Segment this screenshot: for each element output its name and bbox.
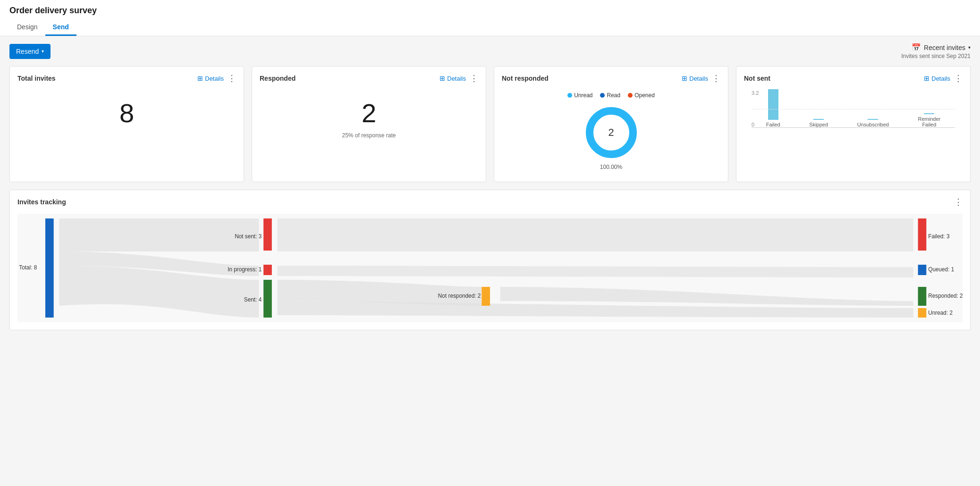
not-responded-card: Not responded ⊞ Details ⋮ Unread Read [494,66,728,182]
bar-reminder-failed-rect [924,113,934,114]
table-icon: ⊞ [197,75,203,82]
bar-reminder-failed: ReminderFailed [918,113,941,127]
svg-text:Failed: 3: Failed: 3 [928,233,950,240]
responded-number: 2 [260,88,478,132]
tracking-header: Invites tracking ⋮ [17,198,963,206]
cards-row: Total invites ⊞ Details ⋮ 8 Responded ⊞ … [0,66,980,190]
donut-pct: 100.00% [600,164,622,170]
not-sent-card: Not sent ⊞ Details ⋮ 3.2 0 Failed [736,66,971,182]
calendar-icon: 📅 [912,43,921,52]
table-icon: ⊞ [439,75,445,82]
responded-sub: 25% of response rate [260,132,478,139]
recent-invites-container: 📅 Recent invites ▾ Invites sent since Se… [901,43,971,59]
bar-skipped: Skipped [809,119,828,127]
read-dot [600,93,605,98]
total-bar [45,218,54,318]
bar-unsubscribed-label: Unsubscribed [857,122,889,127]
not-sent-bar [263,218,272,251]
not-responded-more[interactable]: ⋮ [712,74,720,83]
sankey-svg: Total: 8 Not sent: 3 In progress: 1 Sent… [17,214,963,322]
not-sent-title: Not sent [744,75,770,82]
sankey-diagram: Total: 8 Not sent: 3 In progress: 1 Sent… [17,214,963,322]
legend-opened: Opened [628,92,655,99]
tracking-more[interactable]: ⋮ [954,198,963,206]
chevron-down-icon: ▾ [968,45,971,50]
svg-text:Not responded: 2: Not responded: 2 [438,293,481,299]
tab-design[interactable]: Design [9,19,45,36]
table-icon: ⊞ [924,75,929,82]
sent-bar [263,280,272,318]
responded-bar [918,287,927,306]
total-invites-more[interactable]: ⋮ [228,74,236,83]
h-line-mid [752,109,955,109]
failed-bar [918,218,927,251]
legend-read: Read [600,92,620,99]
table-icon: ⊞ [682,75,687,82]
legend-unread: Unread [567,92,592,99]
y-max-label: 3.2 [752,90,759,96]
bar-failed-rect [768,89,778,120]
responded-title: Responded [260,75,296,82]
not-sent-chart: 3.2 0 Failed Skipped Unsubscribed [744,88,963,128]
resend-button[interactable]: Resend ▾ [9,44,51,59]
total-invites-card: Total invites ⊞ Details ⋮ 8 [9,66,244,182]
tracking-section: Invites tracking ⋮ [9,190,971,330]
not-responded-details[interactable]: ⊞ Details [682,75,708,82]
bar-reminder-failed-label: ReminderFailed [918,116,941,127]
in-progress-bar [263,265,272,275]
bar-skipped-rect [813,119,824,120]
queued-bar [918,265,927,275]
toolbar: Resend ▾ 📅 Recent invites ▾ Invites sent… [0,36,980,66]
tracking-title: Invites tracking [17,198,66,206]
opened-dot [628,93,633,98]
page-header: Order delivery survey Design Send [0,0,980,36]
svg-text:Responded: 2: Responded: 2 [928,293,963,299]
svg-text:Not sent: 3: Not sent: 3 [235,233,262,240]
recent-invites-sub: Invites sent since Sep 2021 [901,53,971,59]
bar-skipped-label: Skipped [809,122,828,127]
not-sent-actions: ⊞ Details ⋮ [924,74,963,83]
responded-actions: ⊞ Details ⋮ [439,74,478,83]
bar-failed: Failed [766,89,780,127]
not-sent-more[interactable]: ⋮ [954,74,963,83]
donut-legend: Unread Read Opened [567,92,655,99]
total-invites-number: 8 [17,88,236,132]
y-mid-label: 0 [752,122,754,127]
responded-more[interactable]: ⋮ [470,74,478,83]
recent-invites-button[interactable]: 📅 Recent invites ▾ [912,43,971,52]
donut-center-number: 2 [608,126,614,139]
not-responded-bar [482,287,490,306]
not-responded-actions: ⊞ Details ⋮ [682,74,720,83]
not-sent-details[interactable]: ⊞ Details [924,75,950,82]
svg-text:Sent: 4: Sent: 4 [244,296,262,303]
not-responded-chart: Unread Read Opened 2 100.00% [502,88,720,174]
chevron-down-icon: ▾ [42,49,44,54]
not-responded-title: Not responded [502,75,549,82]
total-invites-title: Total invites [17,75,56,82]
page-title: Order delivery survey [9,6,971,16]
responded-card: Responded ⊞ Details ⋮ 2 25% of response … [252,66,486,182]
bar-unsubscribed-rect [868,119,878,120]
bar-unsubscribed: Unsubscribed [857,119,889,127]
svg-text:Queued: 1: Queued: 1 [928,266,954,273]
total-invites-details[interactable]: ⊞ Details [197,75,224,82]
total-invites-actions: ⊞ Details ⋮ [197,74,236,83]
svg-text:In progress: 1: In progress: 1 [228,266,262,273]
unread-bar [918,308,927,318]
bar-failed-label: Failed [766,122,780,127]
unread-dot [567,93,572,98]
svg-text:Unread: 2: Unread: 2 [928,310,953,316]
svg-text:Total: 8: Total: 8 [19,264,37,271]
donut-wrap: 2 [583,104,640,161]
responded-details[interactable]: ⊞ Details [439,75,466,82]
tab-send[interactable]: Send [45,19,76,36]
